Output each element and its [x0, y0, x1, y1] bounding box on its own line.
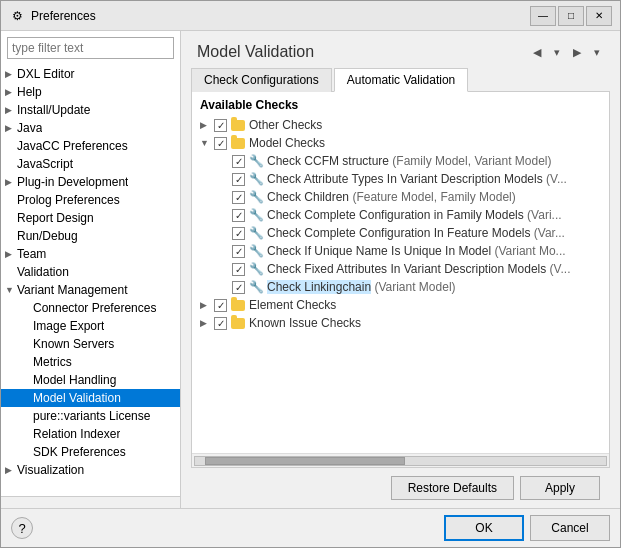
- check-text: Check Children (Feature Model, Family Mo…: [267, 190, 516, 204]
- sidebar-item[interactable]: SDK Preferences: [1, 443, 180, 461]
- scrollbar-track[interactable]: [194, 456, 607, 466]
- sidebar-item[interactable]: Report Design: [1, 209, 180, 227]
- sidebar-item-label: Team: [17, 247, 46, 261]
- check-text: Check Complete Configuration in Family M…: [267, 208, 562, 222]
- sidebar-item[interactable]: ▶Plug-in Development: [1, 173, 180, 191]
- sidebar-item[interactable]: ▶Java: [1, 119, 180, 137]
- check-text: Check CCFM structure (Family Model, Vari…: [267, 154, 552, 168]
- check-item[interactable]: ✓🔧Check Linkingchain (Variant Model): [196, 278, 605, 296]
- sidebar-item[interactable]: ▶Team: [1, 245, 180, 263]
- check-item[interactable]: ✓🔧Check Complete Configuration In Featur…: [196, 224, 605, 242]
- check-checkbox[interactable]: ✓: [232, 209, 245, 222]
- sidebar-item-label: Metrics: [33, 355, 72, 369]
- checks-label: Available Checks: [192, 92, 609, 116]
- sidebar-item-label: Connector Preferences: [33, 301, 156, 315]
- check-item[interactable]: ✓🔧Check Complete Configuration in Family…: [196, 206, 605, 224]
- wrench-icon: 🔧: [248, 153, 264, 169]
- sidebar-item[interactable]: Model Validation: [1, 389, 180, 407]
- ok-button[interactable]: OK: [444, 515, 524, 541]
- sidebar-item[interactable]: Model Handling: [1, 371, 180, 389]
- sidebar-item[interactable]: ▼Variant Management: [1, 281, 180, 299]
- sidebar-horizontal-scrollbar[interactable]: [1, 496, 180, 508]
- maximize-button[interactable]: □: [558, 6, 584, 26]
- sidebar-item-label: Run/Debug: [17, 229, 78, 243]
- restore-defaults-button[interactable]: Restore Defaults: [391, 476, 514, 500]
- check-item[interactable]: ✓🔧Check Fixed Attributes In Variant Desc…: [196, 260, 605, 278]
- check-checkbox[interactable]: ✓: [214, 119, 227, 132]
- check-item[interactable]: ✓🔧Check Attribute Types In Variant Descr…: [196, 170, 605, 188]
- check-checkbox[interactable]: ✓: [214, 299, 227, 312]
- preferences-window: ⚙ Preferences — □ ✕ ▶DXL Editor▶Help▶Ins…: [0, 0, 621, 548]
- sidebar-item-label: Model Handling: [33, 373, 116, 387]
- check-item[interactable]: ▶✓Known Issue Checks: [196, 314, 605, 332]
- check-item[interactable]: ▶✓Other Checks: [196, 116, 605, 134]
- nav-forward-button[interactable]: ▶: [566, 41, 588, 63]
- checks-horizontal-scrollbar[interactable]: [192, 453, 609, 467]
- sidebar-item-label: Model Validation: [33, 391, 121, 405]
- sidebar-item[interactable]: Connector Preferences: [1, 299, 180, 317]
- wrench-icon: 🔧: [248, 261, 264, 277]
- folder-icon: [230, 117, 246, 133]
- minimize-button[interactable]: —: [530, 6, 556, 26]
- tree-arrow: ▶: [5, 249, 17, 259]
- sidebar-item-label: JavaCC Preferences: [17, 139, 128, 153]
- close-button[interactable]: ✕: [586, 6, 612, 26]
- check-item[interactable]: ✓🔧Check Children (Feature Model, Family …: [196, 188, 605, 206]
- tree-arrow: ▶: [5, 123, 17, 133]
- check-text: Known Issue Checks: [249, 316, 361, 330]
- sidebar-item[interactable]: Known Servers: [1, 335, 180, 353]
- tab-check-configurations[interactable]: Check Configurations: [191, 68, 332, 92]
- sidebar-item[interactable]: ▶Install/Update: [1, 101, 180, 119]
- check-arrow: ▶: [200, 318, 214, 328]
- sidebar-item[interactable]: Validation: [1, 263, 180, 281]
- check-item[interactable]: ▼✓Model Checks: [196, 134, 605, 152]
- check-item[interactable]: ✓🔧Check If Unique Name Is Unique In Mode…: [196, 242, 605, 260]
- check-checkbox[interactable]: ✓: [232, 245, 245, 258]
- sidebar-item[interactable]: Run/Debug: [1, 227, 180, 245]
- check-checkbox[interactable]: ✓: [214, 137, 227, 150]
- sidebar: ▶DXL Editor▶Help▶Install/Update▶JavaJava…: [1, 31, 181, 508]
- check-checkbox[interactable]: ✓: [232, 263, 245, 276]
- nav-back-dropdown[interactable]: ▾: [550, 41, 564, 63]
- scrollbar-thumb[interactable]: [205, 457, 405, 465]
- sidebar-item[interactable]: ▶Visualization: [1, 461, 180, 479]
- help-button[interactable]: ?: [11, 517, 33, 539]
- folder-icon: [230, 315, 246, 331]
- check-checkbox[interactable]: ✓: [232, 191, 245, 204]
- sidebar-item-label: Help: [17, 85, 42, 99]
- nav-back-button[interactable]: ◀: [526, 41, 548, 63]
- sidebar-item[interactable]: ▶Help: [1, 83, 180, 101]
- sidebar-item[interactable]: JavaScript: [1, 155, 180, 173]
- tree-arrow: ▶: [5, 87, 17, 97]
- sidebar-item[interactable]: ▶DXL Editor: [1, 65, 180, 83]
- cancel-button[interactable]: Cancel: [530, 515, 610, 541]
- sidebar-item[interactable]: Relation Indexer: [1, 425, 180, 443]
- sidebar-item[interactable]: Metrics: [1, 353, 180, 371]
- sidebar-item[interactable]: JavaCC Preferences: [1, 137, 180, 155]
- sidebar-item-label: Variant Management: [17, 283, 128, 297]
- check-checkbox[interactable]: ✓: [214, 317, 227, 330]
- wrench-icon: 🔧: [248, 243, 264, 259]
- wrench-icon: 🔧: [248, 279, 264, 295]
- check-text: Model Checks: [249, 136, 325, 150]
- check-checkbox[interactable]: ✓: [232, 227, 245, 240]
- sidebar-item-label: Plug-in Development: [17, 175, 128, 189]
- tabs: Check Configurations Automatic Validatio…: [191, 67, 610, 92]
- check-item[interactable]: ▶✓Element Checks: [196, 296, 605, 314]
- tree-arrow: ▶: [5, 177, 17, 187]
- nav-forward-dropdown[interactable]: ▾: [590, 41, 604, 63]
- check-checkbox[interactable]: ✓: [232, 155, 245, 168]
- check-checkbox[interactable]: ✓: [232, 281, 245, 294]
- right-panel: Model Validation ◀ ▾ ▶ ▾ Check Configura…: [181, 31, 620, 508]
- check-arrow: ▶: [200, 120, 214, 130]
- sidebar-item[interactable]: Image Export: [1, 317, 180, 335]
- wrench-icon: 🔧: [248, 207, 264, 223]
- check-checkbox[interactable]: ✓: [232, 173, 245, 186]
- tab-automatic-validation[interactable]: Automatic Validation: [334, 68, 469, 92]
- search-input[interactable]: [7, 37, 174, 59]
- sidebar-item[interactable]: pure::variants License: [1, 407, 180, 425]
- apply-button[interactable]: Apply: [520, 476, 600, 500]
- sidebar-item[interactable]: Prolog Preferences: [1, 191, 180, 209]
- check-item[interactable]: ✓🔧Check CCFM structure (Family Model, Va…: [196, 152, 605, 170]
- wrench-icon: 🔧: [248, 171, 264, 187]
